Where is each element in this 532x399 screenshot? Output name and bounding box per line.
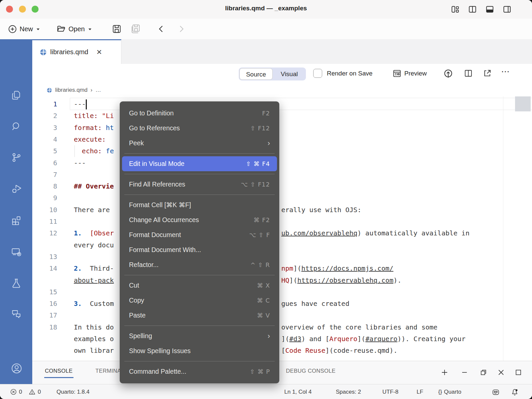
open-button[interactable]: Open	[57, 22, 92, 36]
menu-item-command-palette[interactable]: Command Palette...⇧ ⌘ P	[120, 364, 279, 379]
line-number: 5	[37, 145, 57, 157]
line-number: 12	[37, 227, 57, 239]
menu-item-refactor[interactable]: Refactor...^ ⇧ R	[120, 257, 279, 272]
menu-item-change-all-occurrences[interactable]: Change All Occurrences⌘ F2	[120, 212, 279, 227]
explorer-icon[interactable]	[11, 90, 22, 101]
line-number: 3	[37, 122, 57, 134]
panel-tab-debug-console[interactable]: DEBUG CONSOLE	[286, 368, 335, 374]
editor-context-menu: Go to DefinitionF2Go to References⇧ F12P…	[120, 101, 279, 383]
notifications-bell-icon[interactable]	[510, 384, 519, 399]
render-on-save-checkbox[interactable]	[313, 69, 322, 78]
tab-label: libraries.qmd	[50, 48, 88, 56]
code-editor[interactable]: 123456789101112131415161718 ---title: "L…	[32, 96, 532, 361]
submenu-arrow-icon: ›	[268, 332, 270, 340]
visual-mode-button[interactable]: Visual	[273, 70, 306, 78]
menu-item-format-document-with[interactable]: Format Document With...	[120, 242, 279, 257]
error-count: 0	[19, 389, 22, 395]
problems-status[interactable]: 0 0	[10, 384, 41, 399]
panel-maximize-icon[interactable]	[514, 368, 522, 376]
code-line: title: "Li	[74, 110, 114, 122]
menu-item-show-spelling-issues[interactable]: Show Spelling Issues	[120, 343, 279, 358]
extensions-icon[interactable]	[11, 214, 22, 226]
panel-restore-icon[interactable]	[479, 368, 487, 376]
line-number: 18	[37, 322, 57, 333]
breadcrumb-chevron: ›	[90, 87, 92, 93]
run-debug-icon[interactable]	[11, 183, 22, 194]
save-button[interactable]	[112, 22, 122, 36]
code-line: ---	[74, 157, 86, 169]
panel-minimize-icon[interactable]	[461, 368, 468, 376]
line-number: 6	[37, 157, 57, 169]
save-all-button[interactable]	[130, 22, 141, 36]
comments-icon[interactable]	[11, 308, 22, 319]
indentation-label: Spaces: 2	[336, 389, 361, 395]
more-actions-icon[interactable]: ⋯	[501, 66, 510, 77]
menu-shortcut: ⌘ X	[257, 282, 270, 289]
split-editor-icon[interactable]	[464, 69, 473, 78]
menu-item-format-cell-k-f[interactable]: Format Cell [⌘K ⌘F]	[120, 198, 279, 212]
menu-item-format-document[interactable]: Format Document⌥ ⇧ F	[120, 227, 279, 242]
menu-item-cut[interactable]: Cut⌘ X	[120, 278, 279, 293]
breadcrumb[interactable]: libraries.qmd › …	[32, 84, 532, 96]
menu-shortcut: F2	[262, 110, 270, 117]
menu-shortcut: ⇧ F12	[250, 125, 270, 132]
top-action-bar: New Open Search Python 3.12.1 (P	[0, 19, 532, 40]
account-icon[interactable]	[11, 362, 22, 374]
menu-item-go-to-definition[interactable]: Go to DefinitionF2	[120, 106, 279, 121]
new-button[interactable]: New	[8, 22, 41, 36]
indentation-status[interactable]: Spaces: 2	[336, 384, 361, 399]
line-number: 10	[37, 204, 57, 216]
line-number: 16	[37, 298, 57, 310]
line-number: 14	[37, 263, 57, 274]
menu-separator	[124, 361, 275, 361]
code-line: overview of the core libraries and some	[281, 322, 438, 333]
breadcrumb-more[interactable]: …	[95, 87, 101, 93]
menu-item-edit-in-visual-mode[interactable]: Edit in Visual Mode⇧ ⌘ F4	[122, 156, 277, 171]
menu-item-find-all-references[interactable]: Find All References⌥ ⇧ F12	[120, 177, 279, 192]
toggle-secondary-sidebar-icon[interactable]	[503, 5, 511, 14]
source-mode-button[interactable]: Source	[239, 68, 273, 80]
render-on-save-label: Render on Save	[327, 70, 372, 77]
customize-layout-icon[interactable]	[451, 5, 460, 14]
line-number: 1	[37, 98, 57, 110]
line-number: 9	[37, 192, 57, 204]
menu-item-peek[interactable]: Peek›	[120, 136, 279, 151]
menu-item-paste[interactable]: Paste⌘ V	[120, 308, 279, 323]
testing-icon[interactable]	[11, 278, 22, 289]
quarto-version-status[interactable]: Quarto: 1.8.4	[57, 384, 89, 399]
split-editor-layout-icon[interactable]	[468, 5, 477, 14]
close-tab-icon[interactable]: ✕	[96, 48, 102, 56]
line-number: 8	[37, 181, 57, 192]
cursor-position-status[interactable]: Ln 1, Col 4	[284, 384, 312, 399]
eol-status[interactable]: LF	[417, 384, 423, 399]
code-line: gues have created	[281, 298, 349, 310]
menu-separator	[124, 153, 275, 154]
quarto-file-icon	[47, 87, 52, 93]
status-bar: 0 0 Quarto: 1.8.4 Ln 1, Col 4 Spaces: 2 …	[0, 384, 532, 399]
feedback-icon[interactable]	[491, 384, 500, 399]
source-control-icon[interactable]	[11, 152, 22, 163]
forward-button[interactable]	[177, 22, 186, 36]
panel-close-icon[interactable]	[497, 368, 505, 376]
tab-libraries-qmd[interactable]: libraries.qmd ✕	[32, 39, 121, 64]
encoding-status[interactable]: UTF-8	[382, 384, 398, 399]
panel-tab-console[interactable]: CONSOLE	[45, 368, 73, 374]
breadcrumb-file[interactable]: libraries.qmd	[55, 87, 87, 93]
encoding-label: UTF-8	[382, 389, 398, 395]
preview-label[interactable]: Preview	[404, 70, 427, 77]
vertical-scrollbar[interactable]	[515, 96, 531, 111]
menu-item-spelling[interactable]: Spelling›	[120, 329, 279, 343]
menu-item-copy[interactable]: Copy⌘ C	[120, 293, 279, 308]
language-mode-status[interactable]: {} Quarto	[438, 384, 461, 399]
preview-icon[interactable]	[392, 69, 402, 78]
open-external-icon[interactable]	[483, 69, 492, 78]
error-icon	[10, 388, 17, 395]
menu-item-go-to-references[interactable]: Go to References⇧ F12	[120, 121, 279, 136]
render-document-icon[interactable]	[443, 69, 453, 78]
code-line: 3. Custom	[74, 298, 114, 310]
panel-add-icon[interactable]	[441, 368, 449, 376]
toggle-panel-icon[interactable]	[485, 5, 494, 14]
back-button[interactable]	[157, 22, 166, 36]
search-view-icon[interactable]	[11, 121, 22, 132]
remote-explorer-icon[interactable]	[11, 246, 22, 257]
